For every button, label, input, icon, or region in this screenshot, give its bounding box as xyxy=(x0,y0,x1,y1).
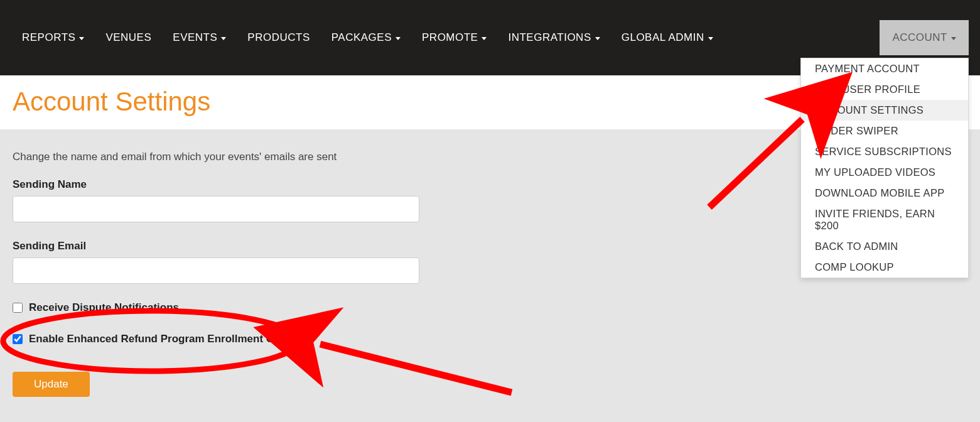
caret-down-icon xyxy=(396,37,401,40)
dropdown-order-swiper[interactable]: ORDER SWIPER xyxy=(801,121,968,141)
nav-label: PRODUCTS xyxy=(247,31,310,44)
nav-reports[interactable]: REPORTS xyxy=(11,26,95,49)
nav-label: GLOBAL ADMIN xyxy=(622,31,704,44)
update-button[interactable]: Update xyxy=(13,372,90,397)
nav-label: REPORTS xyxy=(22,31,75,44)
nav-venues[interactable]: VENUES xyxy=(95,26,162,49)
nav-label: INTEGRATIONS xyxy=(508,31,591,44)
caret-down-icon xyxy=(595,37,600,40)
nav-label: PACKAGES xyxy=(331,31,392,44)
caret-down-icon xyxy=(482,37,487,40)
refund-checkbox[interactable] xyxy=(13,334,23,344)
dropdown-my-uploaded-videos[interactable]: MY UPLOADED VIDEOS xyxy=(801,162,968,183)
dropdown-account-settings[interactable]: ACCOUNT SETTINGS xyxy=(801,100,968,121)
dropdown-comp-lookup[interactable]: COMP LOOKUP xyxy=(801,257,968,278)
nav-packages[interactable]: PACKAGES xyxy=(321,26,411,49)
nav-label: PROMOTE xyxy=(422,31,478,44)
nav-global-admin[interactable]: GLOBAL ADMIN xyxy=(611,26,724,49)
nav-right: ACCOUNT xyxy=(880,20,969,55)
nav-label: EVENTS xyxy=(173,31,217,44)
refund-label[interactable]: Enable Enhanced Refund Program Enrollmen… xyxy=(29,333,301,345)
nav-label: VENUES xyxy=(105,31,151,44)
nav-account[interactable]: ACCOUNT xyxy=(880,20,969,55)
dropdown-download-mobile-app[interactable]: DOWNLOAD MOBILE APP xyxy=(801,183,968,203)
dropdown-service-subscriptions[interactable]: SERVICE SUBSCRIPTIONS xyxy=(801,141,968,162)
dropdown-back-to-admin[interactable]: BACK TO ADMIN xyxy=(801,236,968,257)
nav-products[interactable]: PRODUCTS xyxy=(237,26,320,49)
caret-down-icon xyxy=(79,37,84,40)
nav-integrations[interactable]: INTEGRATIONS xyxy=(497,26,610,49)
refund-row: Enable Enhanced Refund Program Enrollmen… xyxy=(13,333,967,345)
dispute-row: Receive Dispute Notifications xyxy=(13,301,967,314)
nav-events[interactable]: EVENTS xyxy=(162,26,237,49)
dispute-checkbox[interactable] xyxy=(13,303,23,313)
nav-promote[interactable]: PROMOTE xyxy=(411,26,497,49)
nav-left: REPORTS VENUES EVENTS PRODUCTS PACKAGES … xyxy=(11,26,724,49)
sending-name-input[interactable] xyxy=(13,196,419,222)
caret-down-icon xyxy=(221,37,226,40)
dropdown-payment-account[interactable]: PAYMENT ACCOUNT xyxy=(801,58,968,79)
caret-down-icon xyxy=(951,37,956,40)
sending-email-input[interactable] xyxy=(13,257,419,284)
dropdown-invite-friends[interactable]: INVITE FRIENDS, EARN $200 xyxy=(801,203,968,236)
account-dropdown: PAYMENT ACCOUNT EDIT USER PROFILE ACCOUN… xyxy=(800,58,969,278)
caret-down-icon xyxy=(708,37,713,40)
dropdown-edit-user-profile[interactable]: EDIT USER PROFILE xyxy=(801,79,968,100)
nav-account-label: ACCOUNT xyxy=(892,31,947,44)
dispute-label[interactable]: Receive Dispute Notifications xyxy=(29,301,179,314)
